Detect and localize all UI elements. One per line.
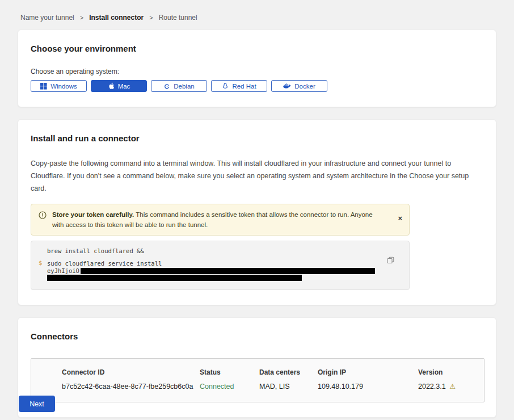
token-line: eyJhIjoiO bbox=[47, 267, 375, 274]
connectors-header-row: Connector ID Status Data centers Origin … bbox=[62, 368, 484, 383]
choose-environment-card: Choose your environment Choose an operat… bbox=[18, 30, 496, 107]
redhat-logo-icon bbox=[222, 82, 229, 90]
os-button-mac[interactable]: Mac bbox=[91, 80, 147, 92]
environment-card-title: Choose your environment bbox=[31, 44, 483, 53]
column-header-status: Status bbox=[200, 368, 259, 383]
os-button-label: Mac bbox=[118, 83, 130, 90]
os-button-label: Red Hat bbox=[232, 83, 256, 90]
close-icon[interactable]: × bbox=[398, 215, 402, 222]
os-button-group: Windows Mac Debian Red Hat bbox=[31, 80, 483, 92]
install-command-code-block[interactable]: $ brew install cloudflared && sudo cloud… bbox=[31, 241, 410, 290]
column-header-version: Version bbox=[418, 368, 484, 383]
breadcrumb-separator: > bbox=[149, 14, 153, 21]
column-header-origin-ip: Origin IP bbox=[318, 368, 418, 383]
docker-logo-icon bbox=[283, 83, 291, 89]
table-row: b7c52c42-6caa-48ee-8c77-fbe259cb6c0a Con… bbox=[62, 383, 484, 390]
os-select-label: Choose an operating system: bbox=[31, 68, 483, 75]
data-centers-value: MAD, LIS bbox=[259, 383, 318, 390]
breadcrumb-name-your-tunnel[interactable]: Name your tunnel bbox=[20, 14, 74, 22]
command-line-2: sudo cloudflared service install bbox=[47, 260, 375, 267]
connectors-card: Connectors Connector ID Status Data cent… bbox=[18, 317, 496, 418]
token-warning-banner: Store your token carefully. This command… bbox=[31, 204, 410, 236]
redaction-bar bbox=[47, 275, 302, 281]
column-header-data-centers: Data centers bbox=[259, 368, 318, 383]
tunnel-setup-page: Name your tunnel > Install connector > R… bbox=[0, 0, 514, 420]
os-button-windows[interactable]: Windows bbox=[31, 80, 87, 92]
connector-id-value: b7c52c42-6caa-48ee-8c77-fbe259cb6c0a bbox=[62, 383, 200, 390]
terminal-prompt: $ bbox=[39, 259, 42, 266]
breadcrumb-separator: > bbox=[80, 14, 83, 21]
alert-circle-icon bbox=[39, 211, 47, 221]
os-button-label: Windows bbox=[50, 83, 77, 90]
os-button-label: Debian bbox=[174, 83, 194, 90]
install-connector-card: Install and run a connector Copy-paste t… bbox=[18, 119, 496, 305]
os-button-docker[interactable]: Docker bbox=[271, 80, 327, 92]
apple-logo-icon bbox=[108, 82, 115, 90]
os-button-label: Docker bbox=[294, 83, 315, 90]
redaction-bar bbox=[81, 268, 375, 274]
next-button[interactable]: Next bbox=[19, 396, 55, 412]
warning-icon: ⚠ bbox=[449, 383, 456, 390]
install-card-title: Install and run a connector bbox=[31, 133, 483, 143]
breadcrumb: Name your tunnel > Install connector > R… bbox=[0, 0, 514, 22]
breadcrumb-install-connector[interactable]: Install connector bbox=[89, 14, 144, 22]
status-badge: Connected bbox=[200, 383, 259, 390]
install-card-description: Copy-paste the following command into a … bbox=[31, 158, 483, 195]
column-header-connector-id: Connector ID bbox=[62, 368, 200, 383]
debian-logo-icon bbox=[163, 83, 170, 90]
os-button-debian[interactable]: Debian bbox=[151, 80, 207, 92]
breadcrumb-route-tunnel[interactable]: Route tunnel bbox=[159, 14, 197, 22]
os-button-redhat[interactable]: Red Hat bbox=[211, 80, 267, 92]
origin-ip-value: 109.48.10.179 bbox=[318, 383, 418, 390]
copy-icon[interactable] bbox=[387, 257, 394, 266]
command-line-1: brew install cloudflared && bbox=[47, 247, 375, 254]
connectors-card-title: Connectors bbox=[31, 331, 483, 341]
token-warning-text: Store your token carefully. This command… bbox=[52, 209, 398, 230]
token-warning-title: Store your token carefully. bbox=[52, 211, 134, 218]
version-value: 2022.3.1 ⚠ bbox=[418, 383, 484, 390]
token-prefix: eyJhIjoiO bbox=[47, 267, 79, 274]
windows-logo-icon bbox=[40, 83, 47, 90]
version-number: 2022.3.1 bbox=[418, 383, 446, 390]
connectors-table: Connector ID Status Data centers Origin … bbox=[31, 358, 484, 402]
